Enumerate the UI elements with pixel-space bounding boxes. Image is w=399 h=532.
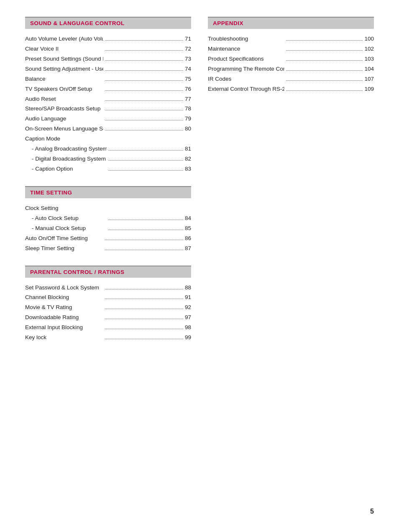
toc-dots: [105, 289, 183, 289]
toc-page: 83: [185, 165, 191, 174]
toc-page: 86: [185, 234, 191, 243]
toc-dots: [286, 50, 363, 51]
section-title: PARENTAL CONTROL / RATINGS: [30, 269, 125, 275]
toc-dots: [108, 150, 183, 151]
toc-label: External Input Blocking: [25, 323, 103, 332]
toc-dots: [105, 130, 183, 130]
toc-item: Sleep Timer Setting87: [25, 244, 191, 253]
toc-label: Auto On/Off Time Setting: [25, 234, 103, 243]
toc-page: 102: [364, 45, 374, 54]
toc-page: 75: [185, 75, 191, 84]
toc-item: IR Codes107: [208, 75, 374, 84]
toc-label: - Digital Broadcasting System Captions: [32, 155, 107, 164]
toc-dots: [286, 90, 363, 91]
toc-dots: [105, 40, 183, 41]
section-header-parental-control: PARENTAL CONTROL / RATINGS: [25, 266, 191, 278]
toc-page: 84: [185, 214, 191, 223]
toc-item: Sound Setting Adjustment - User Mode74: [25, 65, 191, 74]
section-header-appendix: APPENDIX: [208, 17, 374, 29]
toc-page: 76: [185, 85, 191, 94]
section-sound-language: SOUND & LANGUAGE CONTROLAuto Volume Leve…: [25, 17, 191, 174]
section-title: APPENDIX: [213, 20, 243, 26]
toc-item: Auto Volume Leveler (Auto Volume)71: [25, 35, 191, 43]
toc-dots: [105, 339, 183, 339]
toc-page: 109: [364, 85, 374, 94]
toc-item: Maintenance102: [208, 45, 374, 54]
toc-label: Movie & TV Rating: [25, 303, 103, 312]
toc-item: Clear Voice II72: [25, 45, 191, 54]
toc-label: Clear Voice II: [25, 45, 103, 54]
toc-label: Sleep Timer Setting: [25, 244, 103, 253]
toc-item: Preset Sound Settings (Sound Mode)73: [25, 55, 191, 64]
page-number: 5: [370, 508, 374, 515]
toc-label: IR Codes: [208, 75, 284, 84]
toc-label: Auto Volume Leveler (Auto Volume): [25, 35, 103, 43]
toc-item: Clock Setting: [25, 204, 191, 213]
toc-dots: [105, 329, 183, 329]
toc-dots: [105, 309, 183, 309]
toc-label: Maintenance: [208, 45, 284, 54]
toc-dots: [105, 110, 183, 110]
toc-label: Caption Mode: [25, 135, 191, 143]
toc-page: 74: [185, 65, 191, 74]
toc-page: 82: [185, 155, 191, 164]
toc-page: 107: [364, 75, 374, 84]
toc-item: Product Specifications103: [208, 55, 374, 64]
toc-page: 92: [185, 303, 191, 312]
section-appendix: APPENDIXTroubleshooting100Maintenance102…: [208, 17, 374, 94]
toc-dots: [286, 80, 363, 81]
toc-dots: [286, 60, 363, 61]
toc-label: - Auto Clock Setup: [32, 214, 107, 223]
toc-dots: [286, 70, 363, 71]
section-header-sound-language: SOUND & LANGUAGE CONTROL: [25, 17, 191, 29]
toc-label: On-Screen Menus Language Selection: [25, 125, 103, 133]
section-time-setting: TIME SETTINGClock Setting- Auto Clock Se…: [25, 186, 191, 253]
toc-page: 88: [185, 284, 191, 292]
toc-dots: [108, 230, 183, 230]
toc-item: Downloadable Rating97: [25, 313, 191, 322]
toc-label: Balance: [25, 75, 103, 84]
toc-item: - Caption Option83: [25, 165, 191, 174]
toc-page: 97: [185, 313, 191, 322]
toc-dots: [105, 100, 183, 101]
toc-label: TV Speakers On/Off Setup: [25, 85, 103, 94]
toc-item: Set Password & Lock System88: [25, 284, 191, 292]
toc-item: - Manual Clock Setup85: [25, 224, 191, 233]
toc-dots: [105, 319, 183, 319]
toc-label: - Manual Clock Setup: [32, 224, 107, 233]
toc-item: On-Screen Menus Language Selection80: [25, 125, 191, 133]
section-title: TIME SETTING: [30, 189, 72, 196]
toc-item: Auto On/Off Time Setting86: [25, 234, 191, 243]
toc-dots: [108, 160, 183, 161]
toc-dots: [286, 40, 363, 41]
toc-dots: [105, 80, 183, 81]
toc-dots: [105, 250, 183, 250]
toc-dots: [105, 90, 183, 91]
toc-label: Programming The Remote Control: [208, 65, 284, 74]
toc-item: Stereo/SAP Broadcasts Setup78: [25, 105, 191, 113]
toc-item: Programming The Remote Control104: [208, 65, 374, 74]
toc-label: Clock Setting: [25, 204, 191, 213]
toc-page: 73: [185, 55, 191, 64]
toc-label: Channel Blocking: [25, 293, 103, 302]
toc-page: 71: [185, 35, 191, 43]
toc-page: 98: [185, 323, 191, 332]
right-column: APPENDIXTroubleshooting100Maintenance102…: [208, 17, 374, 355]
toc-label: Preset Sound Settings (Sound Mode): [25, 55, 103, 64]
toc-label: Troubleshooting: [208, 35, 284, 43]
toc-page: 87: [185, 244, 191, 253]
toc-page: 103: [364, 55, 374, 64]
toc-label: External Control Through RS-232C: [208, 85, 284, 94]
toc-dots: [108, 170, 183, 171]
toc-item: - Digital Broadcasting System Captions82: [25, 155, 191, 164]
toc-page: 99: [185, 333, 191, 342]
toc-page: 77: [185, 95, 191, 104]
toc-page: 81: [185, 145, 191, 153]
section-title: SOUND & LANGUAGE CONTROL: [30, 20, 125, 26]
toc-page: 104: [364, 65, 374, 74]
page-layout: SOUND & LANGUAGE CONTROLAuto Volume Leve…: [25, 17, 374, 355]
toc-page: 72: [185, 45, 191, 54]
toc-item: Troubleshooting100: [208, 35, 374, 43]
toc-item: Caption Mode: [25, 135, 191, 143]
section-header-time-setting: TIME SETTING: [25, 186, 191, 198]
